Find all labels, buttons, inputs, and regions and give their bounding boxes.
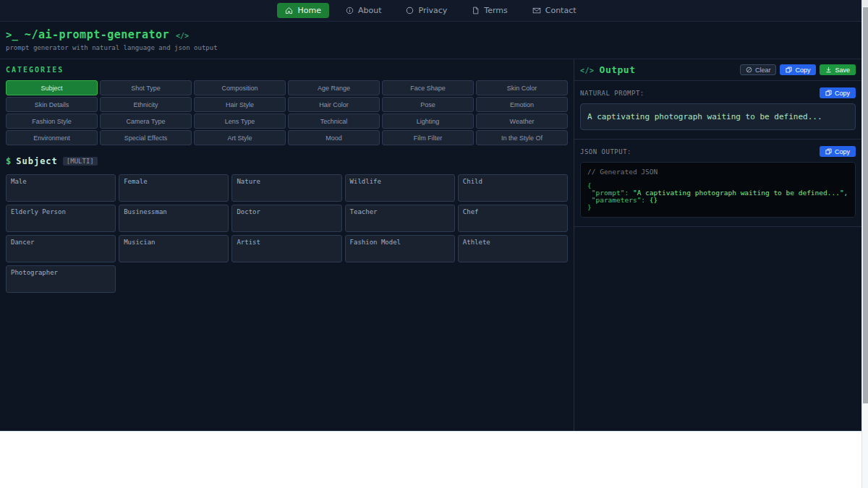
category-button-skin-color[interactable]: Skin Color	[476, 80, 568, 95]
circle-icon	[406, 7, 414, 14]
category-button-hair-color[interactable]: Hair Color	[288, 97, 380, 112]
multi-select-badge: [MULTI]	[63, 157, 98, 166]
nav-item-label: Terms	[484, 6, 507, 15]
home-icon	[285, 7, 293, 14]
nav-item-label: Home	[297, 6, 320, 15]
page-title: ~/ai-prompt-generator	[25, 28, 169, 41]
option-card-chef[interactable]: Chef	[458, 205, 568, 232]
info-icon	[346, 7, 354, 14]
category-button-lens-type[interactable]: Lens Type	[194, 114, 286, 129]
nav-item-label: About	[358, 6, 382, 15]
top-nav: Home About Privacy Terms Contact	[0, 0, 861, 22]
nav-item-label: Contact	[545, 6, 576, 15]
option-card-nature[interactable]: Nature	[231, 174, 341, 202]
subject-options-grid: Male Female Nature Wildlife Child Elderl…	[6, 174, 568, 293]
nav-item-terms[interactable]: Terms	[464, 3, 515, 18]
code-icon: </>	[580, 67, 595, 74]
option-card-doctor[interactable]: Doctor	[231, 205, 341, 232]
clear-button[interactable]: Clear	[740, 64, 777, 75]
scrollbar-thumb[interactable]	[863, 7, 868, 403]
output-panel: </> Output Clear Copy Save	[574, 59, 861, 432]
vertical-scrollbar[interactable]	[861, 0, 868, 488]
copy-natural-prompt-button[interactable]: Copy	[820, 87, 856, 98]
json-output-code: // Generated JSON { "prompt": "A captiva…	[580, 162, 856, 218]
option-card-wildlife[interactable]: Wildlife	[345, 174, 455, 202]
nav-item-about[interactable]: About	[338, 3, 390, 18]
category-button-hair-style[interactable]: Hair Style	[194, 97, 286, 112]
category-button-pose[interactable]: Pose	[382, 97, 474, 112]
copy-all-button[interactable]: Copy	[780, 64, 816, 75]
subject-section-header: $ Subject [MULTI]	[6, 156, 568, 166]
output-title: Output	[600, 64, 636, 75]
json-output-label: JSON OUTPUT:	[580, 148, 631, 155]
site-header: >_ ~/ai-prompt-generator </> prompt gene…	[0, 22, 861, 59]
category-button-ethnicity[interactable]: Ethnicity	[100, 97, 192, 112]
category-button-emotion[interactable]: Emotion	[476, 97, 568, 112]
nav-item-privacy[interactable]: Privacy	[398, 3, 455, 18]
save-button[interactable]: Save	[820, 64, 856, 75]
json-close-brace: }	[587, 204, 848, 211]
mail-icon	[532, 7, 541, 14]
scrollbar-up-button[interactable]	[862, 0, 868, 7]
nav-item-contact[interactable]: Contact	[524, 3, 584, 18]
option-card-elderly-person[interactable]: Elderly Person	[6, 205, 116, 232]
category-button-composition[interactable]: Composition	[194, 80, 286, 95]
option-card-musician[interactable]: Musician	[119, 235, 229, 262]
category-button-mood[interactable]: Mood	[288, 130, 380, 145]
subject-section-title: Subject	[16, 156, 58, 166]
option-card-child[interactable]: Child	[458, 174, 568, 202]
json-parameters-line: "parameters": {}	[587, 197, 848, 204]
json-comment: // Generated JSON	[587, 168, 848, 176]
category-button-lighting[interactable]: Lighting	[382, 114, 474, 129]
category-button-in-the-style-of[interactable]: In the Style Of	[476, 130, 568, 145]
option-card-female[interactable]: Female	[119, 174, 229, 202]
code-icon: </>	[176, 32, 189, 40]
option-card-artist[interactable]: Artist	[231, 235, 341, 262]
copy-json-button[interactable]: Copy	[820, 146, 856, 157]
category-button-face-shape[interactable]: Face Shape	[382, 80, 474, 95]
category-button-special-effects[interactable]: Special Effects	[100, 130, 192, 145]
category-button-fashion-style[interactable]: Fashion Style	[6, 114, 98, 129]
json-output-section: JSON OUTPUT: Copy // Generated JSON { "p…	[574, 140, 861, 227]
nav-item-home[interactable]: Home	[277, 3, 328, 18]
page-subtitle: prompt generator with natural language a…	[6, 44, 856, 51]
categories-panel: CATEGORIES Subject Shot Type Composition…	[0, 59, 574, 432]
copy-icon	[786, 67, 792, 73]
categories-grid: Subject Shot Type Composition Age Range …	[6, 80, 568, 145]
nav-item-label: Privacy	[418, 6, 447, 15]
categories-heading: CATEGORIES	[6, 66, 568, 74]
option-card-teacher[interactable]: Teacher	[345, 205, 455, 232]
natural-prompt-section: NATURAL PROMPT: Copy A captivating photo…	[574, 81, 861, 140]
option-card-dancer[interactable]: Dancer	[6, 235, 116, 262]
option-card-male[interactable]: Male	[6, 174, 116, 202]
option-card-athlete[interactable]: Athlete	[458, 235, 568, 262]
category-button-skin-details[interactable]: Skin Details	[6, 97, 98, 112]
download-icon	[825, 67, 832, 73]
copy-icon	[825, 148, 832, 155]
category-button-film-filter[interactable]: Film Filter	[382, 130, 474, 145]
natural-prompt-output: A captivating photograph waiting to be d…	[580, 103, 856, 130]
option-card-businessman[interactable]: Businessman	[119, 205, 229, 232]
app-window: Home About Privacy Terms Contact >_ ~/ai…	[0, 0, 861, 432]
category-button-weather[interactable]: Weather	[476, 114, 568, 129]
copy-icon	[825, 90, 832, 96]
clear-icon	[746, 67, 752, 73]
document-icon	[472, 7, 480, 14]
option-card-photographer[interactable]: Photographer	[6, 265, 116, 293]
category-button-camera-type[interactable]: Camera Type	[100, 114, 192, 129]
terminal-prompt-icon: >_	[6, 29, 18, 40]
output-header: </> Output Clear Copy Save	[574, 59, 861, 81]
category-button-subject[interactable]: Subject	[6, 80, 98, 95]
dollar-prompt-icon: $	[6, 156, 11, 166]
category-button-art-style[interactable]: Art Style	[194, 130, 286, 145]
category-button-age-range[interactable]: Age Range	[288, 80, 380, 95]
category-button-technical[interactable]: Technical	[288, 114, 380, 129]
option-card-fashion-model[interactable]: Fashion Model	[345, 235, 455, 262]
category-button-environment[interactable]: Environment	[6, 130, 98, 145]
category-button-shot-type[interactable]: Shot Type	[100, 80, 192, 95]
natural-prompt-label: NATURAL PROMPT:	[580, 90, 644, 97]
